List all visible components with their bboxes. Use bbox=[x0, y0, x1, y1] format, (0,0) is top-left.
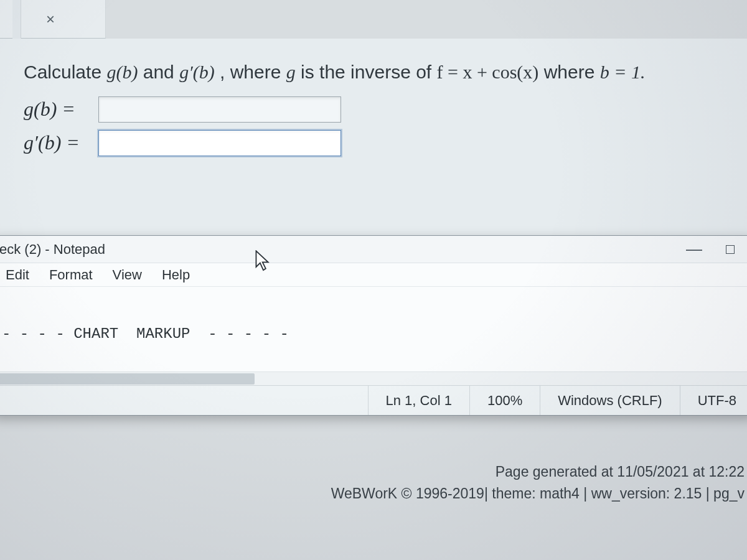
minimize-button[interactable]: — bbox=[677, 240, 712, 259]
math-g: g bbox=[286, 62, 296, 82]
webwork-footer: Page generated at 11/05/2021 at 12:22 We… bbox=[0, 461, 747, 505]
answer-row-g: g(b) = bbox=[24, 96, 723, 123]
math-b-eq: b = 1. bbox=[600, 62, 646, 82]
maximize-button[interactable] bbox=[713, 240, 747, 259]
answer-row-gprime: g′(b) = bbox=[24, 130, 723, 156]
notepad-title: eck (2) - Notepad bbox=[0, 241, 675, 258]
menu-format[interactable]: Format bbox=[40, 264, 101, 286]
browser-tab-fragment: × bbox=[0, 0, 106, 39]
notepad-statusbar: Ln 1, Col 1 100% Windows (CRLF) UTF-8 bbox=[0, 385, 747, 415]
label-g-of-b: g(b) = bbox=[24, 98, 98, 121]
prompt-where: where bbox=[544, 62, 600, 82]
status-encoding: UTF-8 bbox=[680, 386, 747, 415]
notepad-window: eck (2) - Notepad — Edit Format View Hel… bbox=[0, 235, 747, 416]
footer-credits: WeBWorK © 1996-2019| theme: math4 | ww_v… bbox=[0, 483, 745, 505]
notepad-editor[interactable]: - - - - CHART MARKUP - - - - - bbox=[0, 287, 747, 385]
minimize-icon: — bbox=[686, 240, 702, 259]
status-eol: Windows (CRLF) bbox=[540, 386, 679, 415]
tab-edge bbox=[12, 0, 21, 39]
math-gprime-of-b: g′(b) bbox=[179, 62, 215, 82]
input-g-of-b[interactable] bbox=[98, 96, 341, 123]
editor-line: - - - - CHART MARKUP - - - - - bbox=[2, 325, 745, 342]
label-gprime-of-b: g′(b) = bbox=[24, 131, 98, 154]
notepad-titlebar[interactable]: eck (2) - Notepad — bbox=[0, 236, 747, 263]
prompt-text: Calculate bbox=[24, 62, 106, 82]
prompt-inverse: is the inverse of bbox=[301, 62, 436, 82]
prompt-mid: , where bbox=[220, 62, 286, 82]
footer-generated: Page generated at 11/05/2021 at 12:22 bbox=[0, 461, 745, 483]
input-gprime-of-b[interactable] bbox=[98, 130, 341, 156]
prompt-and: and bbox=[143, 62, 179, 82]
maximize-icon bbox=[726, 245, 735, 254]
horizontal-scrollbar[interactable] bbox=[0, 371, 747, 385]
math-f-eq: f = x + cos(x) bbox=[437, 62, 539, 82]
problem-prompt: Calculate g(b) and g′(b) , where g is th… bbox=[24, 60, 723, 85]
status-position: Ln 1, Col 1 bbox=[368, 386, 469, 415]
statusbar-spacer bbox=[0, 386, 368, 415]
menu-edit[interactable]: Edit bbox=[0, 264, 38, 286]
menu-view[interactable]: View bbox=[104, 264, 151, 286]
menu-help[interactable]: Help bbox=[153, 264, 199, 286]
notepad-menubar: Edit Format View Help bbox=[0, 263, 747, 287]
close-icon[interactable]: × bbox=[46, 11, 55, 28]
math-g-of-b: g(b) bbox=[106, 62, 138, 82]
scrollbar-thumb[interactable] bbox=[0, 373, 255, 385]
status-zoom: 100% bbox=[469, 386, 540, 415]
